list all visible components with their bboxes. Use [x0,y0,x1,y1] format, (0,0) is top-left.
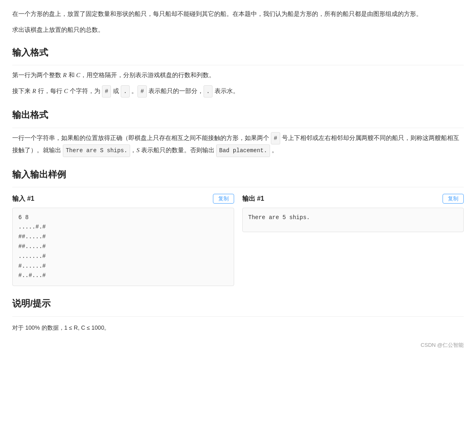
hash-code-inline-2: # [137,85,146,98]
output-block-1: 输出 #1 复制 There are 5 ships. [242,193,464,232]
output-header-1: 输出 #1 复制 [242,193,464,204]
input-format-heading: 输入格式 [12,45,464,60]
hash-code-inline: # [102,85,111,98]
input-block-1: 输入 #1 复制 6 8 .....#.# ##.....# ##.....# … [12,193,234,286]
bad-code: Bad placement. [216,144,270,157]
intro-paragraph-1: 在一个方形的盘上，放置了固定数量和形状的船只，每只船却不能碰到其它的船。在本题中… [12,8,464,19]
input-title-1: 输入 #1 [12,193,34,204]
c-var: C [76,72,80,78]
input-header-1: 输入 #1 复制 [12,193,234,204]
r-var: R [63,72,66,78]
input-format-line1: 第一行为两个整数 R 和 C，用空格隔开，分别表示游戏棋盘的行数和列数。 [12,69,464,81]
input-format-line2: 接下来 R 行，每行 C 个字符，为 # 或 . 。# 表示船只的一部分，. 表… [12,85,464,98]
s-var: S [136,147,139,153]
io-examples-container: 输入 #1 复制 6 8 .....#.# ##.....# ##.....# … [12,193,464,286]
output-title-1: 输出 #1 [242,193,264,204]
r-var-2: R [32,88,36,94]
output-code-1: There are 5 ships. [242,208,464,232]
io-examples-heading: 输入输出样例 [12,167,464,182]
there-are-code: There are S ships. [63,144,130,157]
dot-code-inline-2: . [204,85,213,98]
input-code-1: 6 8 .....#.# ##.....# ##.....# .......# … [12,208,234,286]
intro-paragraph-2: 求出该棋盘上放置的船只的总数。 [12,24,464,35]
hint-heading: 说明/提示 [12,296,464,311]
copy-output-button-1[interactable]: 复制 [443,194,464,204]
output-end: 。 [272,146,278,153]
output-format-text: 一行一个字符串，如果船的位置放得正确（即棋盘上只存在相互之间不能接触的方形，如果… [12,132,464,157]
hash-code-output: # [271,132,280,145]
copy-input-button-1[interactable]: 复制 [213,194,234,204]
output-format-heading: 输出格式 [12,107,464,122]
dot-code-inline: . [121,85,130,98]
c-var-2: C [64,88,68,94]
hint-text: 对于 100% 的数据，1 ≤ R, C ≤ 1000。 [12,323,464,333]
footer-brand: CSDN @仁公智能 [12,341,464,350]
